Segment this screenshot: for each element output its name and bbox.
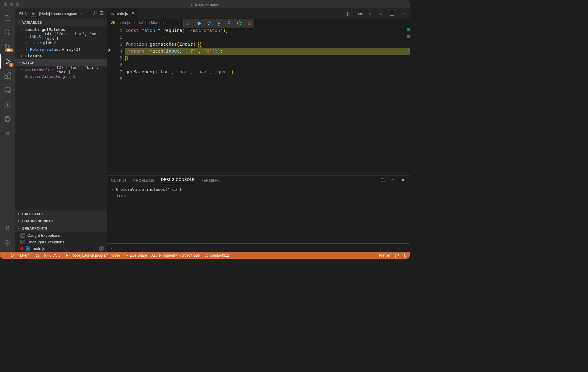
svg-point-20 — [369, 13, 371, 15]
source-control-icon[interactable]: 1K+ — [0, 40, 15, 54]
svg-point-15 — [7, 242, 8, 244]
more-actions-icon[interactable] — [400, 11, 406, 17]
run-next-icon[interactable] — [378, 11, 384, 17]
svg-rect-8 — [8, 73, 11, 75]
debug-toolbar[interactable] — [183, 19, 254, 28]
callstack-section-header[interactable]: CALL STACK — [15, 210, 107, 218]
panel-tab-problems[interactable]: PROBLEMS — [133, 178, 155, 183]
checkbox-checked[interactable] — [26, 246, 30, 251]
github-user-status[interactable]: connor4312 — [204, 253, 229, 258]
extensions-icon[interactable] — [0, 69, 15, 83]
svg-point-3 — [9, 45, 10, 47]
variable-return[interactable]: Return value: Array(3) — [15, 46, 107, 53]
run-debug-icon[interactable]: 1 — [0, 54, 15, 69]
breakpoint-file-mainjs[interactable]: main.js 4 — [15, 245, 107, 252]
checkbox-unchecked[interactable] — [20, 240, 25, 244]
breakpoints-section-header[interactable]: BREAKPOINTS — [15, 225, 107, 232]
breakpoint-uncaught-exceptions[interactable]: Uncaught Exceptions — [15, 239, 107, 245]
line-numbers: 12345678 — [113, 26, 125, 175]
split-editor-icon[interactable] — [389, 11, 395, 17]
bell-icon[interactable] — [403, 253, 407, 258]
variable-input[interactable]: input: (4) ['foo', 'bar', 'baz', 'qux'] — [15, 33, 107, 39]
debug-console-icon[interactable] — [100, 11, 104, 17]
panel-tab-terminal[interactable]: TERMINAL — [201, 178, 221, 183]
debug-console-input[interactable] — [107, 243, 410, 252]
prettier-status[interactable]: Prettier — [379, 253, 390, 258]
liveshare-status[interactable]: Live Share — [124, 253, 147, 258]
sync-status-icon[interactable] — [35, 253, 39, 258]
svg-point-25 — [404, 13, 405, 14]
close-window-button[interactable] — [4, 2, 7, 6]
settings-gear-icon[interactable] — [0, 236, 15, 250]
editor-area: JS main.js JS main.js getMatc — [107, 8, 410, 252]
breakpoint-caught-exceptions[interactable]: Caught Exceptions — [15, 232, 107, 239]
github-icon[interactable] — [0, 112, 15, 126]
feedback-icon[interactable] — [395, 253, 399, 258]
scm-badge: 1K+ — [5, 48, 14, 52]
explorer-icon[interactable] — [0, 11, 15, 25]
traffic-lights — [0, 2, 19, 6]
remote-icon[interactable] — [0, 83, 15, 97]
problems-status[interactable]: 0 0 — [44, 253, 60, 258]
variables-closure[interactable]: Closure — [15, 53, 107, 59]
restart-button[interactable] — [237, 21, 242, 26]
svg-rect-36 — [248, 22, 251, 25]
zoom-window-button[interactable] — [16, 2, 19, 6]
panel-tab-debug-console[interactable]: DEBUG CONSOLE — [161, 178, 194, 183]
step-over-button[interactable] — [206, 21, 211, 26]
bottom-panel: OUTPUT PROBLEMS DEBUG CONSOLE TERMINAL →… — [107, 175, 410, 252]
editor-actions — [346, 11, 410, 17]
breadcrumb[interactable]: JS main.js getMatches — [107, 19, 410, 26]
search-icon[interactable] — [0, 25, 15, 40]
git-branch-status[interactable]: master*+ — [11, 253, 31, 258]
svg-rect-5 — [5, 73, 7, 75]
debug-target-status[interactable]: [Node] Launch program (node) — [65, 253, 120, 258]
toolbar-grip-icon[interactable] — [185, 20, 191, 26]
code-content[interactable]: const match = require('./micromatch'); ·… — [125, 26, 410, 175]
glyph-margin[interactable] — [107, 26, 113, 175]
remote-status-icon[interactable] — [2, 253, 7, 258]
titlebar: main.js — node — [0, 0, 410, 8]
svg-point-30 — [189, 21, 189, 22]
git-graph-icon[interactable] — [0, 97, 15, 112]
clear-console-icon[interactable] — [380, 178, 385, 183]
watch-return-value[interactable]: $returnValue: (3) ['foo', 'bar', 'baz'] — [15, 66, 107, 73]
close-tab-icon[interactable] — [131, 11, 135, 16]
editor-body[interactable]: 12345678 const match = require('./microm… — [107, 26, 410, 175]
svg-point-23 — [401, 13, 402, 14]
status-bar: master*+ 0 0 [Node] Launch program (node… — [0, 252, 410, 259]
loaded-scripts-section-header[interactable]: LOADED SCRIPTS — [15, 218, 107, 225]
run-prev-icon[interactable] — [368, 11, 373, 17]
checkbox-unchecked[interactable] — [20, 233, 25, 238]
variables-section-header[interactable]: VARIABLES — [15, 19, 107, 26]
panel-tab-output[interactable]: OUTPUT — [111, 178, 127, 183]
launch-config-name: [Node] Launch program — [39, 12, 77, 16]
launch-config-dropdown[interactable]: [Node] Launch program — [39, 12, 90, 16]
azure-status[interactable]: Azure: copeet@microsoft.com — [151, 253, 200, 258]
stop-button[interactable] — [247, 21, 252, 26]
panel-chevron-up-icon[interactable] — [390, 178, 395, 183]
start-debug-button[interactable] — [30, 11, 37, 17]
minimize-window-button[interactable] — [10, 2, 13, 6]
editor-tab-bar: JS main.js — [107, 8, 410, 19]
svg-rect-6 — [5, 76, 7, 78]
accounts-icon[interactable] — [0, 221, 15, 236]
panel-close-icon[interactable] — [401, 178, 406, 183]
js-file-icon: JS — [111, 21, 115, 24]
svg-point-35 — [229, 21, 229, 22]
debug-console-output[interactable]: →$returnValue.includes('foo') true — [107, 185, 410, 243]
editor-tab-mainjs[interactable]: JS main.js — [107, 8, 139, 19]
minimap[interactable] — [406, 26, 410, 175]
svg-point-39 — [14, 254, 14, 255]
step-out-button[interactable] — [226, 21, 232, 26]
run-debug-sidebar: RUN [Node] Launch program VARIABLES — [15, 8, 107, 252]
compare-changes-icon[interactable] — [346, 11, 351, 17]
open-changes-icon[interactable] — [357, 11, 362, 17]
liveshare-icon[interactable] — [0, 126, 15, 141]
window-title: main.js — node — [191, 2, 218, 7]
step-into-button[interactable] — [216, 21, 222, 26]
gear-icon[interactable] — [92, 11, 97, 17]
current-execution-arrow-icon — [107, 48, 111, 54]
continue-button[interactable] — [196, 21, 201, 26]
svg-point-1 — [5, 44, 7, 46]
